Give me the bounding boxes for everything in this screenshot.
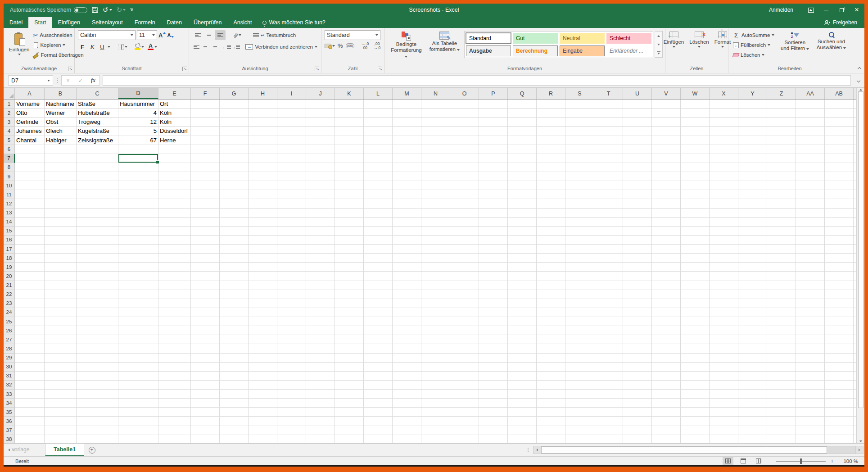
cell-V24[interactable]: [652, 308, 681, 317]
cell-R29[interactable]: [537, 354, 565, 363]
cell-B36[interactable]: [45, 417, 77, 426]
cell-R7[interactable]: [537, 154, 565, 163]
cell-O30[interactable]: [450, 363, 479, 372]
cell-AA20[interactable]: [796, 272, 825, 281]
cell-I7[interactable]: [277, 154, 306, 163]
cell-A31[interactable]: [15, 372, 45, 381]
cell-H24[interactable]: [249, 308, 277, 317]
cell-N2[interactable]: [421, 109, 450, 118]
cell-Y37[interactable]: [738, 426, 767, 435]
cell-M20[interactable]: [393, 272, 421, 281]
cell-O7[interactable]: [450, 154, 479, 163]
cell-Q32[interactable]: [508, 381, 537, 390]
column-header-Q[interactable]: Q: [508, 88, 537, 99]
cell-U10[interactable]: [623, 181, 652, 190]
cell-F1[interactable]: [191, 100, 220, 109]
cell-E37[interactable]: [158, 426, 191, 435]
cell-AA24[interactable]: [796, 308, 825, 317]
cell-E16[interactable]: [158, 236, 191, 245]
cell-A1[interactable]: Vorname: [15, 100, 45, 109]
row-header-2[interactable]: 2: [4, 109, 15, 118]
collapse-ribbon-button[interactable]: [858, 28, 864, 73]
cell-J18[interactable]: [306, 254, 335, 263]
number-format-dropdown-icon[interactable]: [375, 34, 378, 36]
cell-E6[interactable]: [158, 145, 191, 154]
cell-X3[interactable]: [710, 118, 738, 127]
format-as-table-button[interactable]: Als Tabelle formatieren: [427, 30, 462, 65]
cell-A16[interactable]: [15, 236, 45, 245]
cell-D19[interactable]: [118, 263, 158, 272]
cell-W36[interactable]: [681, 417, 710, 426]
cell-T7[interactable]: [594, 154, 623, 163]
cell-F13[interactable]: [191, 209, 220, 218]
cell-AB5[interactable]: [825, 136, 854, 145]
column-header-W[interactable]: W: [681, 88, 710, 99]
cell-I5[interactable]: [277, 136, 306, 145]
merge-dropdown-icon[interactable]: [315, 46, 317, 48]
alignment-dialog-launcher[interactable]: ↘: [315, 67, 319, 71]
cell-T14[interactable]: [594, 218, 623, 227]
cell-L2[interactable]: [364, 109, 393, 118]
cell-B6[interactable]: [45, 145, 77, 154]
cell-Q8[interactable]: [508, 163, 537, 172]
cell-B9[interactable]: [45, 172, 77, 181]
cell-M38[interactable]: [393, 435, 421, 443]
cell-E34[interactable]: [158, 399, 191, 408]
cell-H35[interactable]: [249, 408, 277, 417]
cell-T29[interactable]: [594, 354, 623, 363]
cell-AA18[interactable]: [796, 254, 825, 263]
cell-B10[interactable]: [45, 181, 77, 190]
cell-H21[interactable]: [249, 281, 277, 290]
cell-J30[interactable]: [306, 363, 335, 372]
column-header-X[interactable]: X: [710, 88, 738, 99]
cell-W13[interactable]: [681, 209, 710, 218]
column-header-O[interactable]: O: [450, 88, 479, 99]
column-header-G[interactable]: G: [220, 88, 249, 99]
italic-button[interactable]: K: [88, 42, 97, 52]
cell-Q29[interactable]: [508, 354, 537, 363]
cell-X37[interactable]: [710, 426, 738, 435]
cell-K28[interactable]: [335, 344, 364, 353]
cell-Z17[interactable]: [767, 245, 796, 254]
cell-Z26[interactable]: [767, 326, 796, 335]
cell-T5[interactable]: [594, 136, 623, 145]
cell-style-berechnung[interactable]: Berechnung: [513, 45, 558, 56]
cell-U26[interactable]: [623, 326, 652, 335]
cell-K12[interactable]: [335, 199, 364, 208]
cell-L25[interactable]: [364, 317, 393, 326]
cell-G17[interactable]: [220, 245, 249, 254]
cell-Q35[interactable]: [508, 408, 537, 417]
align-right-button[interactable]: [210, 42, 219, 52]
cell-T31[interactable]: [594, 372, 623, 381]
cell-C26[interactable]: [77, 326, 118, 335]
cell-X5[interactable]: [710, 136, 738, 145]
cell-D9[interactable]: [118, 172, 158, 181]
ribbon-tab-datei[interactable]: Datei: [4, 17, 28, 28]
ribbon-tab-einfügen[interactable]: Einfügen: [52, 17, 86, 28]
cell-A2[interactable]: Otto: [15, 109, 45, 118]
cell-N12[interactable]: [421, 199, 450, 208]
cell-Q30[interactable]: [508, 363, 537, 372]
cell-K36[interactable]: [335, 417, 364, 426]
cell-AB2[interactable]: [825, 109, 854, 118]
cell-E1[interactable]: Ort: [158, 100, 191, 109]
cell-U34[interactable]: [623, 399, 652, 408]
cell-Z37[interactable]: [767, 426, 796, 435]
cell-X20[interactable]: [710, 272, 738, 281]
cell-M13[interactable]: [393, 209, 421, 218]
cell-A37[interactable]: [15, 426, 45, 435]
cell-O10[interactable]: [450, 181, 479, 190]
cell-V16[interactable]: [652, 236, 681, 245]
increase-indent-button[interactable]: →: [231, 42, 240, 52]
cell-M10[interactable]: [393, 181, 421, 190]
cell-R16[interactable]: [537, 236, 565, 245]
cell-Z18[interactable]: [767, 254, 796, 263]
cell-V5[interactable]: [652, 136, 681, 145]
cell-AA9[interactable]: [796, 172, 825, 181]
cell-U35[interactable]: [623, 408, 652, 417]
cell-H34[interactable]: [249, 399, 277, 408]
cell-N14[interactable]: [421, 218, 450, 227]
cell-P5[interactable]: [479, 136, 508, 145]
copy-dropdown-icon[interactable]: [63, 44, 65, 46]
cell-AA29[interactable]: [796, 354, 825, 363]
